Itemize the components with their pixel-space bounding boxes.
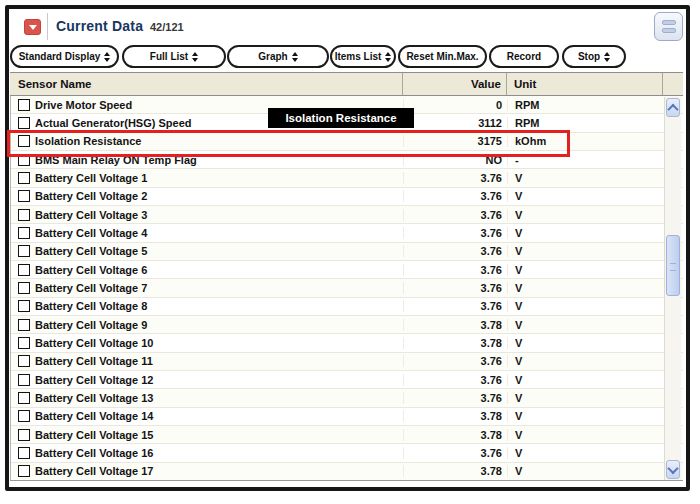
- row-checkbox[interactable]: [18, 282, 30, 294]
- sensor-value: 3.78: [403, 337, 507, 349]
- row-checkbox[interactable]: [18, 245, 30, 257]
- table-row[interactable]: Battery Cell Voltage 16 3.76 V: [11, 444, 683, 462]
- table-row[interactable]: Battery Cell Voltage 3 3.76 V: [11, 206, 683, 224]
- table-row[interactable]: BMS Main Relay ON Temp Flag NO -: [11, 151, 683, 169]
- button-label: Standard Display: [19, 51, 101, 62]
- table-row-highlighted[interactable]: Isolation Resistance 3175 kOhm: [11, 133, 683, 151]
- row-checkbox[interactable]: [18, 337, 30, 349]
- sensor-value: 3.76: [403, 172, 507, 184]
- record-button[interactable]: Record: [489, 45, 559, 68]
- row-checkbox[interactable]: [18, 300, 30, 312]
- table-row[interactable]: Battery Cell Voltage 15 3.78 V: [11, 426, 683, 444]
- standard-display-select[interactable]: Standard Display: [10, 45, 119, 68]
- sensor-name: Battery Cell Voltage 17: [35, 465, 153, 477]
- sensor-name-cell: Battery Cell Voltage 17: [11, 465, 403, 477]
- button-label: Record: [507, 51, 541, 62]
- table-row[interactable]: Battery Cell Voltage 14 3.78 V: [11, 408, 683, 426]
- table-row[interactable]: Battery Cell Voltage 2 3.76 V: [11, 188, 683, 206]
- button-label: Graph: [258, 51, 287, 62]
- reset-minmax-button[interactable]: Reset Min.Max.: [398, 45, 487, 68]
- sensor-name: Battery Cell Voltage 15: [35, 429, 153, 441]
- sensor-unit: V: [507, 355, 683, 367]
- row-checkbox[interactable]: [18, 99, 30, 111]
- sensor-name: Battery Cell Voltage 6: [35, 264, 147, 276]
- sensor-unit: V: [507, 245, 683, 257]
- table-row[interactable]: Battery Cell Voltage 6 3.76 V: [11, 261, 683, 279]
- button-label: Stop: [578, 51, 600, 62]
- sensor-unit: V: [507, 337, 683, 349]
- scroll-up-button[interactable]: [666, 98, 680, 117]
- sensor-unit: V: [507, 374, 683, 386]
- table-row[interactable]: Battery Cell Voltage 13 3.76 V: [11, 389, 683, 407]
- sensor-value: 3.76: [403, 209, 507, 221]
- sensor-unit: V: [507, 447, 683, 459]
- sensor-name: Battery Cell Voltage 14: [35, 410, 153, 422]
- row-checkbox[interactable]: [18, 190, 30, 202]
- row-checkbox[interactable]: [18, 135, 30, 147]
- table-row[interactable]: Battery Cell Voltage 12 3.76 V: [11, 371, 683, 389]
- sensor-name: Battery Cell Voltage 11: [35, 355, 153, 367]
- chevron-down-icon: [667, 462, 678, 473]
- row-checkbox[interactable]: [18, 117, 30, 129]
- table-row[interactable]: Battery Cell Voltage 5 3.76 V: [11, 243, 683, 261]
- sensor-name-cell: Battery Cell Voltage 13: [11, 392, 403, 404]
- sensor-unit: V: [507, 429, 683, 441]
- full-list-select[interactable]: Full List: [122, 45, 226, 68]
- row-checkbox[interactable]: [18, 392, 30, 404]
- sensor-name: Battery Cell Voltage 10: [35, 337, 153, 349]
- row-checkbox[interactable]: [18, 447, 30, 459]
- row-checkbox[interactable]: [18, 465, 30, 477]
- row-checkbox[interactable]: [18, 410, 30, 422]
- chevron-up-icon: [667, 103, 678, 114]
- column-header-scroll-stub: [662, 73, 683, 95]
- sensor-value: 3.76: [403, 264, 507, 276]
- table-row[interactable]: Battery Cell Voltage 9 3.78 V: [11, 316, 683, 334]
- row-checkbox[interactable]: [18, 355, 30, 367]
- sensor-unit: V: [507, 392, 683, 404]
- button-label: Full List: [150, 51, 188, 62]
- sensor-name: Actual Generator(HSG) Speed: [35, 117, 191, 129]
- row-checkbox[interactable]: [18, 209, 30, 221]
- table-row[interactable]: Battery Cell Voltage 11 3.76 V: [11, 353, 683, 371]
- expand-button[interactable]: [24, 19, 41, 35]
- table-row[interactable]: Battery Cell Voltage 8 3.76 V: [11, 298, 683, 316]
- table-row[interactable]: Battery Cell Voltage 7 3.76 V: [11, 279, 683, 297]
- sensor-name: Battery Cell Voltage 8: [35, 300, 147, 312]
- updown-arrows-icon: [604, 52, 610, 62]
- graph-select[interactable]: Graph: [227, 45, 329, 68]
- sensor-name: Isolation Resistance: [35, 135, 141, 147]
- sensor-name: Battery Cell Voltage 12: [35, 374, 153, 386]
- tooltip: Isolation Resistance: [268, 108, 414, 128]
- column-header-sensor-name: Sensor Name: [10, 78, 402, 90]
- row-checkbox[interactable]: [18, 319, 30, 331]
- sensor-name-cell: Battery Cell Voltage 14: [11, 410, 403, 422]
- sensor-unit: V: [507, 264, 683, 276]
- table-row[interactable]: Battery Cell Voltage 4 3.76 V: [11, 224, 683, 242]
- table-row[interactable]: Battery Cell Voltage 17 3.78 V: [11, 463, 683, 480]
- sensor-value: 3.78: [403, 319, 507, 331]
- row-checkbox[interactable]: [18, 374, 30, 386]
- sensor-value: 3112: [403, 117, 507, 129]
- button-label: Reset Min.Max.: [406, 51, 478, 62]
- scrollbar-thumb[interactable]: [666, 235, 680, 296]
- row-checkbox[interactable]: [18, 264, 30, 276]
- sensor-name-cell: Battery Cell Voltage 15: [11, 429, 403, 441]
- row-checkbox[interactable]: [18, 429, 30, 441]
- row-checkbox[interactable]: [18, 154, 30, 166]
- table-row[interactable]: Battery Cell Voltage 10 3.78 V: [11, 334, 683, 352]
- row-checkbox[interactable]: [18, 227, 30, 239]
- sensor-name-cell: Battery Cell Voltage 7: [11, 282, 403, 294]
- sensor-name-cell: Battery Cell Voltage 10: [11, 337, 403, 349]
- table-row[interactable]: Battery Cell Voltage 1 3.76 V: [11, 169, 683, 187]
- scroll-down-button[interactable]: [666, 460, 680, 479]
- vertical-scrollbar[interactable]: [664, 97, 681, 480]
- title-divider: [47, 13, 48, 40]
- sensor-name-cell: Battery Cell Voltage 6: [11, 264, 403, 276]
- stop-select[interactable]: Stop: [562, 45, 626, 68]
- items-list-select[interactable]: Items List: [330, 45, 396, 68]
- sensor-value: 3175: [403, 135, 507, 147]
- row-checkbox[interactable]: [18, 172, 30, 184]
- list-view-button[interactable]: [654, 12, 683, 41]
- list-icon: [662, 20, 676, 25]
- sensor-value: 3.76: [403, 245, 507, 257]
